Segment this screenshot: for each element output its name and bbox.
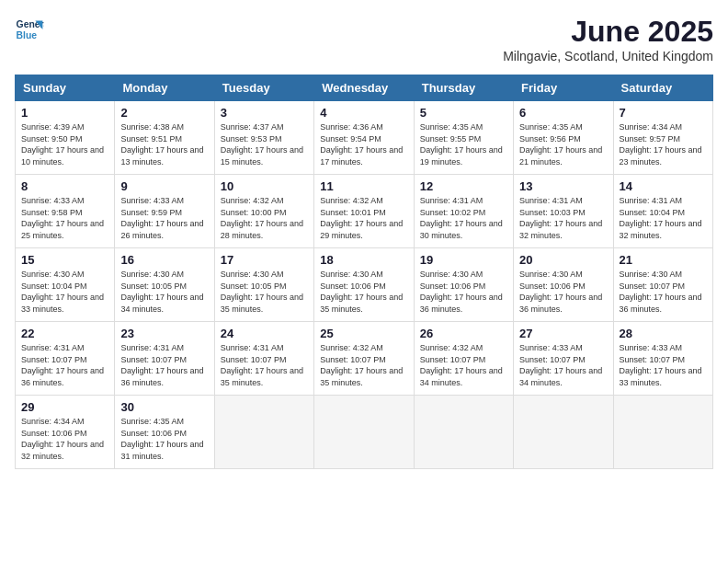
week-row-4: 22Sunrise: 4:31 AMSunset: 10:07 PMDaylig… [16, 322, 713, 396]
empty-cell-4-4 [414, 396, 513, 469]
day-number-17: 17 [221, 253, 308, 267]
day-number-18: 18 [320, 253, 407, 267]
day-number-9: 9 [120, 179, 208, 193]
day-cell-15: 15Sunrise: 4:30 AMSunset: 10:04 PMDaylig… [16, 248, 115, 322]
day-info-9: Sunrise: 4:33 AMSunset: 9:59 PMDaylight:… [120, 195, 208, 241]
day-info-20: Sunrise: 4:30 AMSunset: 10:06 PMDaylight… [519, 269, 607, 315]
day-number-15: 15 [21, 253, 108, 267]
header-thursday: Thursday [414, 75, 513, 101]
day-number-13: 13 [519, 179, 607, 193]
day-cell-25: 25Sunrise: 4:32 AMSunset: 10:07 PMDaylig… [314, 322, 414, 396]
day-number-30: 30 [120, 400, 208, 414]
week-row-3: 15Sunrise: 4:30 AMSunset: 10:04 PMDaylig… [16, 248, 713, 322]
day-info-1: Sunrise: 4:39 AMSunset: 9:50 PMDaylight:… [21, 121, 108, 167]
day-cell-18: 18Sunrise: 4:30 AMSunset: 10:06 PMDaylig… [314, 248, 414, 322]
day-number-21: 21 [620, 253, 707, 267]
day-number-1: 1 [21, 106, 108, 120]
day-info-26: Sunrise: 4:32 AMSunset: 10:07 PMDaylight… [420, 342, 507, 388]
empty-cell-4-3 [314, 396, 414, 469]
day-info-2: Sunrise: 4:38 AMSunset: 9:51 PMDaylight:… [120, 121, 208, 167]
day-number-29: 29 [21, 400, 108, 414]
day-number-24: 24 [221, 327, 308, 340]
week-row-2: 8Sunrise: 4:33 AMSunset: 9:58 PMDaylight… [16, 175, 713, 248]
day-number-20: 20 [519, 253, 607, 267]
day-info-13: Sunrise: 4:31 AMSunset: 10:03 PMDaylight… [519, 195, 607, 241]
day-info-8: Sunrise: 4:33 AMSunset: 9:58 PMDaylight:… [21, 195, 108, 241]
day-cell-19: 19Sunrise: 4:30 AMSunset: 10:06 PMDaylig… [414, 248, 513, 322]
day-number-10: 10 [221, 179, 308, 193]
day-cell-1: 1Sunrise: 4:39 AMSunset: 9:50 PMDaylight… [16, 101, 115, 175]
day-cell-8: 8Sunrise: 4:33 AMSunset: 9:58 PMDaylight… [16, 175, 115, 248]
day-cell-4: 4Sunrise: 4:36 AMSunset: 9:54 PMDaylight… [314, 101, 414, 175]
day-info-28: Sunrise: 4:33 AMSunset: 10:07 PMDaylight… [620, 342, 707, 388]
day-info-15: Sunrise: 4:30 AMSunset: 10:04 PMDaylight… [21, 269, 108, 315]
empty-cell-4-2 [214, 396, 313, 469]
location: Milngavie, Scotland, United Kingdom [503, 49, 713, 63]
day-info-24: Sunrise: 4:31 AMSunset: 10:07 PMDaylight… [221, 342, 308, 388]
week-row-5: 29Sunrise: 4:34 AMSunset: 10:06 PMDaylig… [16, 396, 713, 469]
day-cell-22: 22Sunrise: 4:31 AMSunset: 10:07 PMDaylig… [16, 322, 115, 396]
day-cell-24: 24Sunrise: 4:31 AMSunset: 10:07 PMDaylig… [214, 322, 313, 396]
day-number-11: 11 [320, 179, 407, 193]
weekday-header-row: Sunday Monday Tuesday Wednesday Thursday… [16, 75, 713, 101]
day-info-14: Sunrise: 4:31 AMSunset: 10:04 PMDaylight… [620, 195, 707, 241]
header-sunday: Sunday [16, 75, 115, 101]
day-number-14: 14 [620, 179, 707, 193]
empty-cell-4-6 [613, 396, 712, 469]
month-title: June 2025 [503, 15, 713, 49]
calendar-body: 1Sunrise: 4:39 AMSunset: 9:50 PMDaylight… [16, 101, 713, 469]
day-cell-7: 7Sunrise: 4:34 AMSunset: 9:57 PMDaylight… [613, 101, 712, 175]
day-info-23: Sunrise: 4:31 AMSunset: 10:07 PMDaylight… [120, 342, 208, 388]
day-cell-6: 6Sunrise: 4:35 AMSunset: 9:56 PMDaylight… [514, 101, 613, 175]
day-cell-9: 9Sunrise: 4:33 AMSunset: 9:59 PMDaylight… [115, 175, 214, 248]
day-cell-27: 27Sunrise: 4:33 AMSunset: 10:07 PMDaylig… [514, 322, 613, 396]
day-info-4: Sunrise: 4:36 AMSunset: 9:54 PMDaylight:… [320, 121, 407, 167]
day-info-17: Sunrise: 4:30 AMSunset: 10:05 PMDaylight… [221, 269, 308, 315]
day-cell-2: 2Sunrise: 4:38 AMSunset: 9:51 PMDaylight… [115, 101, 214, 175]
day-info-25: Sunrise: 4:32 AMSunset: 10:07 PMDaylight… [320, 342, 407, 388]
day-number-28: 28 [620, 327, 707, 340]
day-number-16: 16 [120, 253, 208, 267]
day-cell-29: 29Sunrise: 4:34 AMSunset: 10:06 PMDaylig… [16, 396, 115, 469]
day-number-8: 8 [21, 179, 108, 193]
day-info-10: Sunrise: 4:32 AMSunset: 10:00 PMDaylight… [221, 195, 308, 241]
day-info-19: Sunrise: 4:30 AMSunset: 10:06 PMDaylight… [420, 269, 507, 315]
day-info-12: Sunrise: 4:31 AMSunset: 10:02 PMDaylight… [420, 195, 507, 241]
svg-text:Blue: Blue [17, 30, 38, 40]
day-info-6: Sunrise: 4:35 AMSunset: 9:56 PMDaylight:… [519, 121, 607, 167]
day-cell-20: 20Sunrise: 4:30 AMSunset: 10:06 PMDaylig… [514, 248, 613, 322]
day-cell-23: 23Sunrise: 4:31 AMSunset: 10:07 PMDaylig… [115, 322, 214, 396]
day-info-7: Sunrise: 4:34 AMSunset: 9:57 PMDaylight:… [620, 121, 707, 167]
header-wednesday: Wednesday [314, 75, 414, 101]
empty-cell-4-5 [514, 396, 613, 469]
day-number-22: 22 [21, 327, 108, 340]
day-number-19: 19 [420, 253, 507, 267]
header-saturday: Saturday [613, 75, 712, 101]
day-number-3: 3 [221, 106, 308, 120]
day-number-25: 25 [320, 327, 407, 340]
day-info-18: Sunrise: 4:30 AMSunset: 10:06 PMDaylight… [320, 269, 407, 315]
day-info-22: Sunrise: 4:31 AMSunset: 10:07 PMDaylight… [21, 342, 108, 388]
day-cell-13: 13Sunrise: 4:31 AMSunset: 10:03 PMDaylig… [514, 175, 613, 248]
day-number-2: 2 [120, 106, 208, 120]
header-tuesday: Tuesday [214, 75, 313, 101]
day-cell-26: 26Sunrise: 4:32 AMSunset: 10:07 PMDaylig… [414, 322, 513, 396]
day-cell-16: 16Sunrise: 4:30 AMSunset: 10:05 PMDaylig… [115, 248, 214, 322]
day-info-21: Sunrise: 4:30 AMSunset: 10:07 PMDaylight… [620, 269, 707, 315]
day-cell-14: 14Sunrise: 4:31 AMSunset: 10:04 PMDaylig… [613, 175, 712, 248]
day-info-27: Sunrise: 4:33 AMSunset: 10:07 PMDaylight… [519, 342, 607, 388]
header-friday: Friday [514, 75, 613, 101]
day-info-16: Sunrise: 4:30 AMSunset: 10:05 PMDaylight… [120, 269, 208, 315]
page-header: General Blue June 2025 Milngavie, Scotla… [15, 15, 713, 63]
day-cell-11: 11Sunrise: 4:32 AMSunset: 10:01 PMDaylig… [314, 175, 414, 248]
day-number-4: 4 [320, 106, 407, 120]
week-row-1: 1Sunrise: 4:39 AMSunset: 9:50 PMDaylight… [16, 101, 713, 175]
day-cell-21: 21Sunrise: 4:30 AMSunset: 10:07 PMDaylig… [613, 248, 712, 322]
day-info-11: Sunrise: 4:32 AMSunset: 10:01 PMDaylight… [320, 195, 407, 241]
day-info-30: Sunrise: 4:35 AMSunset: 10:06 PMDaylight… [120, 416, 208, 462]
calendar-table: Sunday Monday Tuesday Wednesday Thursday… [15, 75, 713, 469]
title-block: June 2025 Milngavie, Scotland, United Ki… [503, 15, 713, 63]
day-cell-17: 17Sunrise: 4:30 AMSunset: 10:05 PMDaylig… [214, 248, 313, 322]
day-info-5: Sunrise: 4:35 AMSunset: 9:55 PMDaylight:… [420, 121, 507, 167]
header-monday: Monday [115, 75, 214, 101]
